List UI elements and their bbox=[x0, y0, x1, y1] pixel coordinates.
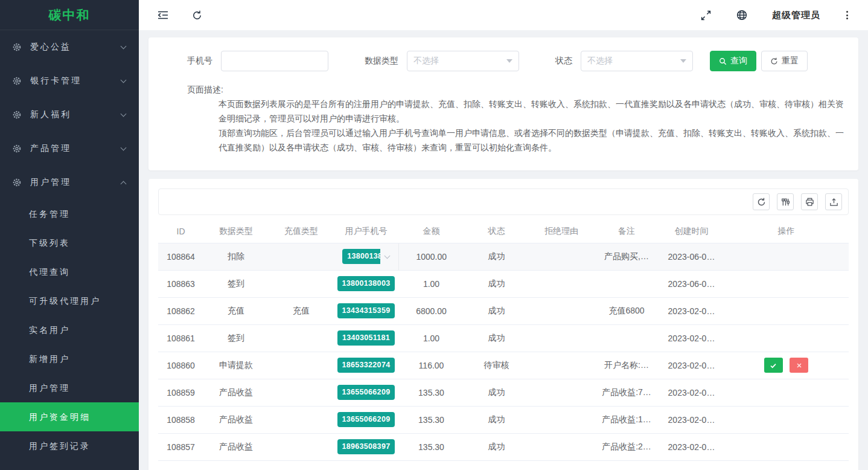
cell-recharge-type bbox=[269, 433, 334, 460]
cell-phone: 13403051181 bbox=[334, 324, 398, 352]
cell-phone: 13434315359 bbox=[334, 297, 398, 324]
more-options-icon[interactable] bbox=[844, 9, 850, 21]
cell-phone: 18963508397 bbox=[334, 433, 398, 460]
phone-badge[interactable]: 13434315359 bbox=[337, 303, 395, 318]
sidebar-item-product[interactable]: 产品管理 bbox=[0, 132, 139, 166]
table-panel: ID 数据类型 充值类型 用户手机号 金额 状态 拒绝理由 备注 创建时间 操作… bbox=[148, 179, 858, 470]
cell-actions bbox=[724, 243, 849, 270]
chevron-down-icon bbox=[121, 77, 127, 83]
column-header-data-type: 数据类型 bbox=[203, 220, 269, 243]
table-toolbar bbox=[158, 188, 849, 215]
column-header-actions: 操作 bbox=[724, 220, 849, 243]
cell-created: 2023-02-0… bbox=[659, 406, 724, 433]
table-columns-button[interactable] bbox=[777, 193, 794, 210]
chevron-down-icon bbox=[121, 111, 127, 117]
phone-badge[interactable]: 13800138003 bbox=[337, 276, 395, 291]
cell-id: 108864 bbox=[158, 243, 203, 270]
sidebar-subitem-user-funds-detail[interactable]: 用户资金明细 bbox=[0, 402, 139, 431]
cell-reject-reason bbox=[529, 433, 594, 460]
search-icon bbox=[719, 57, 727, 65]
sidebar-item-user-management[interactable]: 用户管理 bbox=[0, 166, 139, 199]
gear-icon bbox=[12, 110, 22, 120]
expand-row-icon[interactable] bbox=[385, 253, 391, 259]
main-content: 手机号 数据类型 不选择 状态 不选择 查询 bbox=[139, 30, 868, 470]
sidebar-subitem-new-users[interactable]: 新增用户 bbox=[0, 344, 139, 373]
reset-button[interactable]: 重置 bbox=[761, 51, 808, 71]
column-header-recharge-type: 充值类型 bbox=[269, 220, 334, 243]
cell-amount: 1.00 bbox=[398, 270, 464, 297]
sidebar-item-newcomer[interactable]: 新人福利 bbox=[0, 98, 139, 132]
sidebar-subitem-upgradable-agents[interactable]: 可升级代理用户 bbox=[0, 286, 139, 315]
sidebar-subitem-subordinate-list[interactable]: 下级列表 bbox=[0, 228, 139, 257]
sidebar-item-bank-card[interactable]: 银行卡管理 bbox=[0, 64, 139, 98]
phone-badge[interactable]: 13403051181 bbox=[337, 330, 395, 346]
cell-remark: 充值6800 bbox=[594, 297, 659, 324]
cell-actions bbox=[724, 324, 849, 352]
phone-filter-input[interactable] bbox=[221, 51, 328, 71]
table-refresh-button[interactable] bbox=[753, 193, 770, 210]
cell-created: 2023-02-0… bbox=[659, 324, 724, 352]
cell-status: 成功 bbox=[464, 324, 529, 352]
cell-remark: 开户名称:… bbox=[594, 352, 659, 379]
approve-button[interactable] bbox=[764, 358, 783, 373]
phone-badge[interactable]: 13655066209 bbox=[337, 385, 395, 400]
phone-badge[interactable]: 13655066209 bbox=[337, 412, 395, 427]
sidebar-subitem-agent-query[interactable]: 代理查询 bbox=[0, 257, 139, 286]
refresh-icon[interactable] bbox=[191, 9, 203, 21]
cell-actions bbox=[724, 352, 849, 379]
status-select[interactable]: 不选择 bbox=[581, 51, 693, 71]
cell-remark bbox=[594, 324, 659, 352]
cell-data-type: 产品收益 bbox=[203, 406, 269, 433]
cell-data-type: 产品收益 bbox=[203, 379, 269, 406]
cell-reject-reason bbox=[529, 406, 594, 433]
cell-id: 108860 bbox=[158, 352, 203, 379]
cell-reject-reason bbox=[529, 243, 594, 270]
cell-actions bbox=[724, 406, 849, 433]
sidebar-subitem-task-management[interactable]: 任务管理 bbox=[0, 199, 139, 228]
phone-badge[interactable]: 18963508397 bbox=[337, 439, 395, 454]
sidebar-item-label: 用户管理 bbox=[30, 177, 121, 188]
collapse-menu-icon[interactable] bbox=[157, 9, 169, 21]
cell-remark bbox=[594, 270, 659, 297]
sidebar-item-charity[interactable]: 爱心公益 bbox=[0, 30, 139, 64]
admin-user-menu[interactable]: 超级管理员 bbox=[772, 10, 820, 21]
cell-recharge-type bbox=[269, 352, 334, 379]
table-row: 108857 产品收益 18963508397 135.30 成功 产品收益:2… bbox=[158, 433, 849, 460]
reject-button[interactable] bbox=[790, 358, 808, 373]
search-button[interactable]: 查询 bbox=[710, 51, 756, 71]
phone-badge[interactable]: 18653322074 bbox=[337, 358, 395, 373]
cell-id: 108863 bbox=[158, 270, 203, 297]
chevron-down-icon bbox=[121, 43, 127, 50]
table-print-button[interactable] bbox=[801, 193, 818, 210]
cell-status: 成功 bbox=[464, 379, 529, 406]
cell-created: 2023-06-0… bbox=[659, 243, 724, 270]
sidebar-subitem-user-management[interactable]: 用户管理 bbox=[0, 373, 139, 402]
cell-reject-reason bbox=[529, 297, 594, 324]
column-header-remark: 备注 bbox=[594, 220, 659, 243]
cell-actions bbox=[724, 433, 849, 460]
data-type-filter-label: 数据类型 bbox=[365, 56, 398, 66]
sidebar-subitem-signin-records[interactable]: 用户签到记录 bbox=[0, 431, 139, 460]
cell-amount: 116.00 bbox=[398, 352, 464, 379]
reset-icon bbox=[770, 57, 778, 65]
check-icon bbox=[770, 362, 777, 369]
language-globe-icon[interactable] bbox=[736, 9, 748, 21]
cell-status: 成功 bbox=[464, 270, 529, 297]
fullscreen-icon[interactable] bbox=[700, 9, 712, 21]
cell-created: 2023-02-0… bbox=[659, 297, 724, 324]
table-export-button[interactable] bbox=[825, 193, 842, 210]
phone-filter-label: 手机号 bbox=[187, 56, 212, 66]
column-header-amount: 金额 bbox=[398, 220, 464, 243]
cell-data-type: 申请提款 bbox=[203, 352, 269, 379]
phone-badge[interactable]: 138001380 bbox=[342, 249, 380, 264]
cell-status: 成功 bbox=[464, 433, 529, 460]
cell-remark: 产品收益:7… bbox=[594, 379, 659, 406]
cell-amount: 1000.00 bbox=[398, 243, 464, 270]
chevron-down-icon bbox=[506, 59, 512, 63]
data-type-select[interactable]: 不选择 bbox=[407, 51, 519, 71]
cell-status: 成功 bbox=[464, 297, 529, 324]
sidebar-subitem-realname-users[interactable]: 实名用户 bbox=[0, 315, 139, 344]
cell-reject-reason bbox=[529, 270, 594, 297]
cell-recharge-type bbox=[269, 270, 334, 297]
page-description: 页面描述: 本页面数据列表展示的是平台所有的注册用户的申请提款、充值、扣除、转账… bbox=[187, 82, 850, 155]
